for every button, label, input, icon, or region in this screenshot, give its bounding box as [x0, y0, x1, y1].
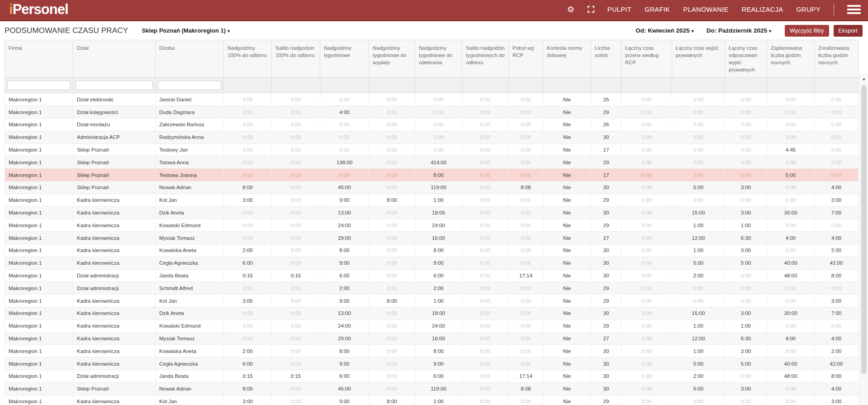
cell-dzial: Dział elektroniki	[73, 93, 156, 106]
column-header-saldo-nadgodzin-tygodniowych-do-odbioru[interactable]: Saldo nadgodzin tygodniowych do odbioru	[462, 40, 509, 78]
fullscreen-button[interactable]	[588, 6, 594, 13]
cell-nadgodziny-100-do-odbioru: 0:15	[224, 370, 272, 382]
export-button[interactable]: Eksport	[834, 25, 863, 37]
cell-nadgodziny-100-do-odbioru: 0:00	[224, 143, 272, 156]
column-header-zaplanowana-liczba-godzin-nocnych[interactable]: Zaplanowana liczba godzin nocnych	[767, 40, 815, 78]
cell-laczny-czas-przerw-wedlug-rcp: 0:00	[621, 93, 672, 106]
scroll-up-icon[interactable]: ▲	[860, 74, 868, 81]
column-header-laczny-czas-przerw-wedlug-rcp[interactable]: Łączny czas przerw według RCP	[621, 40, 672, 78]
cell-laczny-czas-odpracowan-wyjsc-prywatnych: 0:00	[725, 282, 767, 295]
cell-zaplanowana-liczba-godzin-nocnych: 0:00	[767, 382, 815, 395]
date-to-dropdown[interactable]: Do: Październik 2025▾	[707, 27, 771, 34]
column-header-firma[interactable]: Firma	[5, 40, 73, 78]
scrollbar-thumb[interactable]	[861, 85, 867, 374]
column-header-liczba-sobot[interactable]: Liczba sobót	[591, 40, 621, 78]
cell-laczny-czas-przerw-wedlug-rcp: 0:00	[621, 307, 672, 319]
column-header-nadgodziny-tygodniowe-do-wyplaty[interactable]: Nadgodziny tygodniowe do wypłaty	[369, 40, 415, 78]
cell-liczba-sobot: 30	[591, 244, 621, 257]
table-row[interactable]: Makroregion 1Sklep PoznańTestowy Jan0:00…	[5, 143, 859, 156]
hamburger-menu-icon[interactable]	[847, 5, 861, 14]
table-row[interactable]: Makroregion 1Dział montażuZakrzewski Bar…	[5, 118, 859, 131]
cell-nadgodziny-tygodniowe-do-wyplaty: 0:00	[369, 219, 415, 232]
table-row[interactable]: Makroregion 1Kadra kierowniczaKowalska A…	[5, 345, 859, 357]
nav-item-planowanie[interactable]: PLANOWANIE	[683, 6, 728, 13]
cell-firma: Makroregion 1	[5, 319, 73, 332]
cell-nadgodziny-tygodniowe-do-odebrania: 16:00	[415, 332, 462, 345]
table-row[interactable]: Makroregion 1Kadra kierowniczaCegła Agni…	[5, 257, 859, 269]
cell-nadgodziny-tygodniowe: 45:00	[320, 181, 369, 194]
cell-liczba-sobot: 30	[591, 370, 621, 382]
settings-button[interactable]: ⚙	[567, 5, 574, 14]
table-row[interactable]: Makroregion 1Dział księgowościDuda Dagma…	[5, 106, 859, 119]
table-row[interactable]: Makroregion 1Administracja ACPRadzymińsk…	[5, 131, 859, 143]
cell-zrealizowana-liczba-godzin-nocnych: 42:00	[815, 257, 859, 269]
table-row[interactable]: Makroregion 1Kadra kierowniczaCegła Agni…	[5, 357, 859, 370]
nav-item-realizacja[interactable]: REALIZACJA	[742, 6, 783, 13]
table-row[interactable]: Makroregion 1Dział administracjiJanda Be…	[5, 370, 859, 382]
cell-liczba-sobot: 29	[591, 219, 621, 232]
cell-laczny-czas-przerw-wedlug-rcp: 0:00	[621, 345, 672, 357]
cell-nadgodziny-tygodniowe-do-wyplaty: 0:00	[369, 332, 415, 345]
table-row[interactable]: Makroregion 1Sklep PoznańTstowa Anna0:00…	[5, 156, 859, 169]
table-row[interactable]: Makroregion 1Dział elektronikiJanicki Da…	[5, 93, 859, 106]
date-from-dropdown[interactable]: Od: Kwiecień 2025▾	[636, 27, 693, 34]
table-row[interactable]: Makroregion 1Sklep PoznańTestowa Joanna0…	[5, 169, 859, 181]
cell-saldo-nadgodzin-tygodniowych-do-odbioru: 0:00	[462, 332, 509, 345]
column-header-nadgodziny-tygodniowe-do-odebrania[interactable]: Nadgodziny tygodniowe do odebrania	[415, 40, 462, 78]
cell-saldo-nadgodzin-tygodniowych-do-odbioru: 0:00	[462, 106, 509, 119]
cell-liczba-sobot: 30	[591, 269, 621, 282]
cell-saldo-nadgodzin-100-do-odbioru: 0:00	[272, 257, 320, 269]
column-header-osoba[interactable]: Osoba	[156, 40, 224, 78]
cell-nadgodziny-100-do-odbioru: 0:00	[224, 307, 272, 319]
table-row[interactable]: Makroregion 1Kadra kierowniczaMysiak Tom…	[5, 232, 859, 244]
cell-nadgodziny-tygodniowe-do-wyplaty: 0:00	[369, 319, 415, 332]
clear-filters-button[interactable]: Wyczyść filtry	[785, 25, 829, 37]
table-row[interactable]: Makroregion 1Kadra kierowniczaKot Jan3:0…	[5, 295, 859, 307]
column-header-pobyt-wg-rcp[interactable]: Pobyt wg RCP	[509, 40, 543, 78]
column-header-dzial[interactable]: Dział	[73, 40, 156, 78]
table-row[interactable]: Makroregion 1Kadra kierowniczaKot Jan3:0…	[5, 395, 859, 405]
cell-zrealizowana-liczba-godzin-nocnych: 0:00	[815, 93, 859, 106]
scope-dropdown[interactable]: Sklep Poznań (Makroregion 1)▾	[142, 27, 230, 34]
column-header-saldo-nadgodzin-100-do-odbioru[interactable]: Saldo nadgodzin 100% do odbioru	[272, 40, 320, 78]
cell-liczba-sobot: 26	[591, 118, 621, 131]
table-row[interactable]: Makroregion 1Dział administracjiJanda Be…	[5, 269, 859, 282]
cell-saldo-nadgodzin-100-do-odbioru: 0:15	[272, 269, 320, 282]
app-logo[interactable]: iPersonel	[9, 2, 68, 16]
nav-item-pulpit[interactable]: PULPIT	[607, 6, 631, 13]
cell-laczny-czas-wyjsc-prywatnych: 1:00	[672, 244, 725, 257]
cell-laczny-czas-przerw-wedlug-rcp: 0:00	[621, 395, 672, 405]
column-header-laczny-czas-wyjsc-prywatnych[interactable]: Łączny czas wyjść prywatnych	[672, 40, 725, 78]
table-row[interactable]: Makroregion 1Kadra kierowniczaKowalski E…	[5, 219, 859, 232]
table-row[interactable]: Makroregion 1Kadra kierowniczaMysiak Tom…	[5, 332, 859, 345]
column-header-nadgodziny-100-do-odbioru[interactable]: Nadgodziny 100% do odbioru	[224, 40, 272, 78]
column-header-laczny-czas-odpracowan-wyjsc-prywatnych[interactable]: Łączny czas odpracowań wyjść prywatnych	[725, 40, 767, 78]
cell-nadgodziny-tygodniowe: 24:00	[320, 219, 369, 232]
cell-saldo-nadgodzin-tygodniowych-do-odbioru: 0:00	[462, 194, 509, 206]
filter-input-dzial[interactable]	[76, 81, 153, 90]
filter-input-firma[interactable]	[7, 81, 71, 90]
cell-zaplanowana-liczba-godzin-nocnych: 4:00	[767, 332, 815, 345]
table-row[interactable]: Makroregion 1Sklep PoznańNowak Adrian8:0…	[5, 382, 859, 395]
cell-nadgodziny-100-do-odbioru: 0:00	[224, 131, 272, 143]
table-row[interactable]: Makroregion 1Dział administracjiSchmidt …	[5, 282, 859, 295]
cell-firma: Makroregion 1	[5, 257, 73, 269]
column-header-kontrola-normy-dobowej[interactable]: Kontrola normy dobowej	[543, 40, 591, 78]
table-row[interactable]: Makroregion 1Kadra kierowniczaKot Jan3:0…	[5, 194, 859, 206]
cell-nadgodziny-tygodniowe-do-odebrania: 0:00	[415, 106, 462, 119]
table-row[interactable]: Makroregion 1Sklep PoznańNowak Adrian8:0…	[5, 181, 859, 194]
table-row[interactable]: Makroregion 1Kadra kierowniczaKowalska A…	[5, 244, 859, 257]
table-row[interactable]: Makroregion 1Kadra kierowniczaKowalski E…	[5, 319, 859, 332]
table-row[interactable]: Makroregion 1Kadra kierowniczaDzik Aneta…	[5, 307, 859, 319]
column-header-zrealizowana-liczba-godzin-nocnych[interactable]: Zrealizowana liczba godzin nocnych	[815, 40, 859, 78]
cell-nadgodziny-tygodniowe-do-wyplaty: 0:00	[369, 382, 415, 395]
column-header-nadgodziny-tygodniowe[interactable]: Nadgodziny tygodniowe	[320, 40, 369, 78]
gear-icon: ⚙	[567, 5, 574, 14]
table-row[interactable]: Makroregion 1Kadra kierowniczaDzik Aneta…	[5, 206, 859, 219]
cell-nadgodziny-100-do-odbioru: 6:00	[224, 357, 272, 370]
vertical-scrollbar[interactable]: ▲	[859, 74, 868, 405]
nav-item-grafik[interactable]: GRAFIK	[645, 6, 670, 13]
filter-input-osoba[interactable]	[158, 81, 221, 90]
cell-osoba: Kowalski Edmund	[156, 319, 224, 332]
nav-item-grupy[interactable]: GRUPY	[796, 6, 821, 13]
